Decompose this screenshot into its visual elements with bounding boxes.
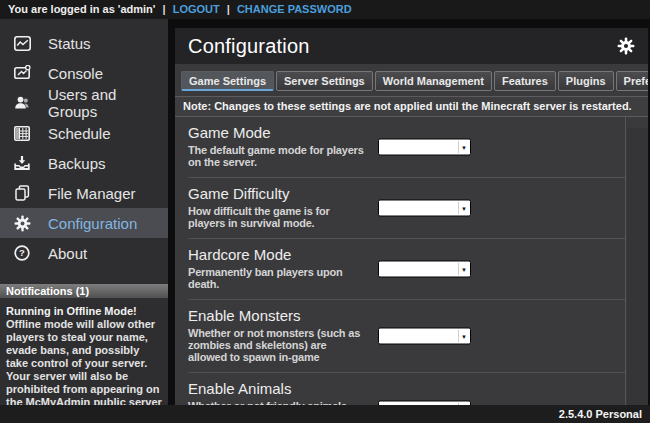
setting-description: Permanently ban players upon death. <box>188 266 368 290</box>
change-password-link[interactable]: CHANGE PASSWORD <box>237 3 352 15</box>
separator: | <box>220 3 237 15</box>
setting-description: The default game mode for players on the… <box>188 144 368 168</box>
gear-icon <box>13 214 31 232</box>
logout-link[interactable]: LOGOUT <box>173 3 220 15</box>
tab-features[interactable]: Features <box>494 71 556 91</box>
notifications-panel: Notifications (1) Running in Offline Mod… <box>0 284 168 422</box>
setting-enable-animals: Enable Animals Whether or not friendly a… <box>188 372 625 405</box>
settings-gear-icon[interactable] <box>617 37 635 55</box>
backups-download-icon <box>13 154 31 172</box>
sidebar: Status Console Users and Groups Schedule <box>0 19 168 405</box>
sidebar-item-console[interactable]: Console <box>0 58 168 88</box>
sidebar-item-label: Status <box>48 35 91 52</box>
notification-item: Running in Offline Mode! Offline mode wi… <box>0 298 168 422</box>
tab-world-management[interactable]: World Management <box>375 71 492 91</box>
game-mode-select[interactable]: ▼ <box>378 139 471 156</box>
setting-enable-monsters: Enable Monsters Whether or not monsters … <box>188 299 625 372</box>
enable-monsters-select[interactable]: ▼ <box>378 328 471 345</box>
dropdown-arrow-icon: ▼ <box>458 263 469 276</box>
game-difficulty-select[interactable]: ▼ <box>378 200 471 217</box>
page-title: Configuration <box>188 35 617 58</box>
version-footer: 2.5.4.0 Personal <box>0 405 650 423</box>
notification-title: Running in Offline Mode! <box>6 305 162 318</box>
sidebar-item-label: Console <box>48 65 103 82</box>
separator: | <box>155 3 172 15</box>
scrollbar-track <box>627 128 648 405</box>
sidebar-item-label: Schedule <box>48 125 111 142</box>
tab-game-settings[interactable]: Game Settings <box>181 71 274 91</box>
settings-list: Game Mode The default game mode for play… <box>175 117 626 405</box>
users-icon <box>13 94 31 112</box>
console-icon <box>13 64 31 82</box>
login-status-bar: You are logged in as 'admin' | LOGOUT | … <box>0 0 650 19</box>
dropdown-arrow-icon: ▼ <box>458 141 469 154</box>
sidebar-item-schedule[interactable]: Schedule <box>0 118 168 148</box>
sidebar-item-status[interactable]: Status <box>0 28 168 58</box>
file-manager-icon <box>13 184 31 202</box>
sidebar-item-label: Users and Groups <box>48 86 168 120</box>
setting-game-mode: Game Mode The default game mode for play… <box>188 117 625 177</box>
schedule-calendar-icon <box>13 124 31 142</box>
tab-plugins[interactable]: Plugins <box>558 71 614 91</box>
setting-title: Enable Monsters <box>188 307 625 324</box>
question-circle-icon: ? <box>13 244 31 262</box>
sidebar-item-label: About <box>48 245 87 262</box>
config-tabs: Game Settings Server Settings World Mana… <box>181 71 646 91</box>
sidebar-item-users-and-groups[interactable]: Users and Groups <box>0 88 168 118</box>
notifications-header: Notifications (1) <box>0 284 168 298</box>
sidebar-item-label: Backups <box>48 155 106 172</box>
setting-description: How difficult the game is for players in… <box>188 205 368 229</box>
sidebar-nav: Status Console Users and Groups Schedule <box>0 19 168 268</box>
tab-preferences[interactable]: Preferences <box>616 71 648 91</box>
setting-game-difficulty: Game Difficulty How difficult the game i… <box>188 177 625 238</box>
sidebar-item-configuration[interactable]: Configuration <box>0 208 168 238</box>
sidebar-item-file-manager[interactable]: File Manager <box>0 178 168 208</box>
sidebar-item-label: File Manager <box>48 185 136 202</box>
restart-note: Note: Changes to these settings are not … <box>175 96 648 117</box>
tab-server-settings[interactable]: Server Settings <box>276 71 373 91</box>
setting-description: Whether or not monsters (such as zombies… <box>188 327 368 363</box>
dropdown-arrow-icon: ▼ <box>458 330 469 343</box>
dropdown-arrow-icon: ▼ <box>458 202 469 215</box>
logged-in-text: You are logged in as 'admin' <box>8 3 155 15</box>
configuration-panel: Configuration Game Settings Server Setti… <box>175 28 648 405</box>
setting-hardcore-mode: Hardcore Mode Permanently ban players up… <box>188 238 625 299</box>
panel-titlebar: Configuration <box>175 28 648 64</box>
setting-title: Enable Animals <box>188 380 625 397</box>
svg-text:?: ? <box>19 247 25 258</box>
hardcore-mode-select[interactable]: ▼ <box>378 261 471 278</box>
sidebar-item-label: Configuration <box>48 215 137 232</box>
sidebar-item-backups[interactable]: Backups <box>0 148 168 178</box>
sidebar-item-about[interactable]: ? About <box>0 238 168 268</box>
version-text: 2.5.4.0 Personal <box>559 408 642 420</box>
status-chart-icon <box>13 34 31 52</box>
